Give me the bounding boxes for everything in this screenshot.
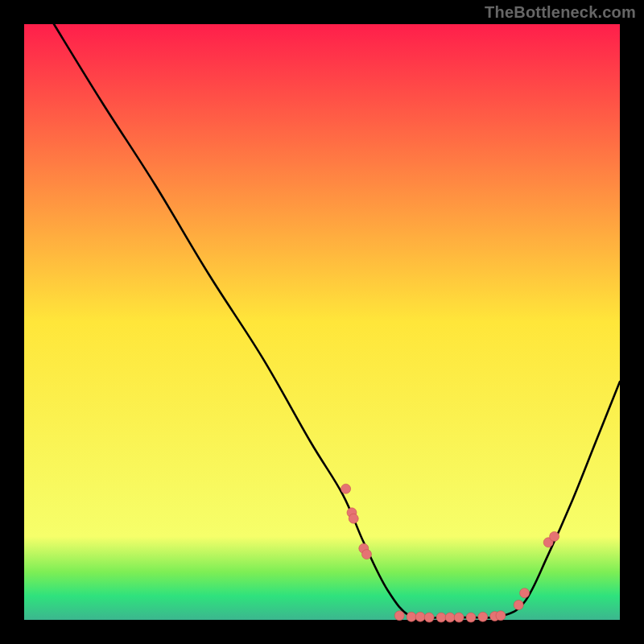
- plot-background: [24, 24, 620, 620]
- data-marker: [445, 613, 455, 622]
- data-marker: [415, 612, 425, 621]
- data-marker: [466, 613, 476, 622]
- watermark-text: TheBottleneck.com: [485, 3, 636, 22]
- data-marker: [341, 484, 351, 493]
- bottleneck-chart: [0, 0, 644, 644]
- data-marker: [520, 588, 530, 598]
- data-marker: [349, 514, 358, 523]
- data-marker: [424, 613, 434, 622]
- data-marker: [454, 613, 464, 622]
- data-marker: [362, 550, 372, 559]
- data-marker: [478, 612, 488, 621]
- data-marker: [514, 601, 523, 610]
- data-marker: [407, 612, 416, 621]
- data-marker: [550, 531, 559, 541]
- data-marker: [436, 613, 446, 622]
- data-marker: [496, 611, 506, 621]
- data-marker: [394, 611, 404, 621]
- chart-stage: TheBottleneck.com: [0, 0, 644, 644]
